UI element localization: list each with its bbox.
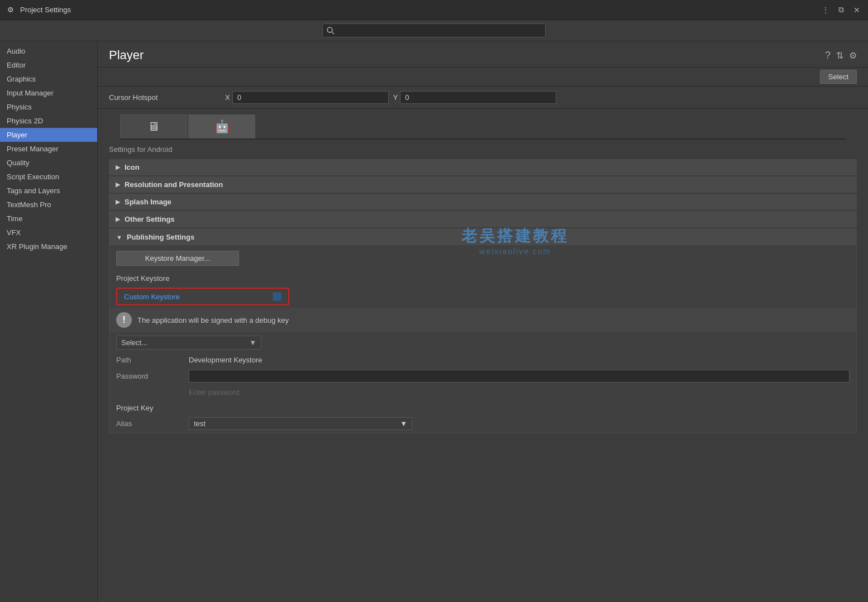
main-layout: AudioEditorGraphicsInput ManagerPhysicsP… [0,41,868,602]
svg-point-0 [327,27,332,32]
search-input[interactable] [322,23,546,37]
password-row: Password [109,367,856,385]
search-icon [327,27,335,35]
search-bar [0,20,868,41]
publishing-section-title: Publishing Settings [127,233,194,241]
path-label: Path [116,356,183,364]
window-title: Project Settings [20,6,71,14]
content-header: Player ? ⇅ ⚙ [98,41,868,68]
alias-label: Alias [116,419,183,428]
platform-tabs-container: 🖥 🤖 [98,114,868,140]
sidebar: AudioEditorGraphicsInput ManagerPhysicsP… [0,41,98,602]
window-controls: ⋮ ⧉ ✕ [820,4,862,16]
search-wrapper [322,23,546,37]
section-publishing: ▼ Publishing Settings Keystore Manager..… [109,228,857,433]
close-icon[interactable]: ✕ [851,4,862,16]
enter-password-placeholder: Enter password. [189,388,850,396]
y-coord-group: Y [393,91,557,104]
sidebar-item-graphics[interactable]: Graphics [0,72,97,86]
x-coord-group: X [225,91,389,104]
icon-section-arrow: ▶ [116,164,120,171]
path-row: Path Development Keystore [109,353,856,367]
password-label: Password [116,372,183,380]
svg-line-1 [332,32,334,34]
cursor-hotspot-row: Cursor Hotspot X Y [98,87,868,109]
password-input[interactable] [189,370,850,383]
sidebar-item-script-execution[interactable]: Script Execution [0,170,97,184]
settings-area: Settings for Android ▶ Icon ▶ Resolution… [98,140,868,440]
resolution-section-title: Resolution and Presentation [125,180,223,189]
select-dropdown-arrow-icon: ▼ [249,338,256,347]
settings-icon[interactable]: ⚙ [849,50,857,61]
more-options-icon[interactable]: ⋮ [820,4,831,16]
header-icons: ? ⇅ ⚙ [825,50,857,61]
project-key-label: Project Key [109,399,856,414]
x-coord-input[interactable] [232,91,389,104]
sidebar-item-physics[interactable]: Physics [0,100,97,114]
sidebar-item-player[interactable]: Player [0,128,97,142]
alias-select-arrow-icon: ▼ [400,419,407,428]
desktop-icon: 🖥 [147,120,160,134]
splash-section-arrow: ▶ [116,198,120,206]
tab-desktop[interactable]: 🖥 [120,114,187,138]
alias-select-value: test [194,419,206,428]
splash-section-title: Splash Image [125,198,171,206]
restore-icon[interactable]: ⧉ [836,4,847,16]
warning-text: The application will be signed with a de… [137,316,289,324]
y-axis-label: Y [393,93,398,102]
x-axis-label: X [225,93,230,102]
select-button[interactable]: Select [820,70,857,84]
layout-icon[interactable]: ⇅ [836,50,843,61]
sidebar-item-audio[interactable]: Audio [0,44,97,58]
android-icon: 🤖 [214,120,230,134]
project-keystore-label: Project Keystore [109,271,856,285]
section-icon[interactable]: ▶ Icon [109,159,857,175]
section-resolution[interactable]: ▶ Resolution and Presentation [109,176,857,193]
title-bar: ⚙ Project Settings ⋮ ⧉ ✕ [0,0,868,20]
sidebar-item-tags-and-layers[interactable]: Tags and Layers [0,184,97,198]
warning-row: ! The application will be signed with a … [109,308,856,332]
resolution-section-arrow: ▶ [116,181,120,188]
platform-row: Select [98,68,868,87]
select-dropdown-text: Select... [121,338,147,347]
publishing-arrow: ▼ [116,234,122,241]
sidebar-item-input-manager[interactable]: Input Manager [0,86,97,100]
custom-keystore-checkbox[interactable] [273,292,282,301]
cursor-hotspot-label: Cursor Hotspot [109,93,221,102]
sidebar-item-time[interactable]: Time [0,212,97,226]
sidebar-item-preset-manager[interactable]: Preset Manager [0,142,97,156]
keystore-select-dropdown[interactable]: Select... ▼ [116,336,261,350]
icon-section-title: Icon [125,163,140,171]
sidebar-item-xr-plugin-manage[interactable]: XR Plugin Manage [0,240,97,254]
page-title: Player [109,48,144,63]
content-wrapper: Player ? ⇅ ⚙ Select Cursor Hotspot X [98,41,868,440]
custom-keystore-label: Custom Keystore [124,293,273,301]
settings-for-label: Settings for Android [109,145,857,154]
platform-tabs: 🖥 🤖 [120,114,846,140]
sidebar-item-quality[interactable]: Quality [0,156,97,170]
other-section-arrow: ▶ [116,216,120,223]
alias-row: Alias test ▼ [109,414,856,433]
app-icon: ⚙ [6,5,16,15]
section-other-settings[interactable]: ▶ Other Settings [109,211,857,227]
keystore-manager-button[interactable]: Keystore Manager... [116,251,239,266]
enter-password-row: Enter password. [109,385,856,399]
publishing-section-header[interactable]: ▼ Publishing Settings [109,229,856,245]
section-splash[interactable]: ▶ Splash Image [109,194,857,210]
sidebar-item-textmesh-pro[interactable]: TextMesh Pro [0,198,97,212]
content-area: Player ? ⇅ ⚙ Select Cursor Hotspot X [98,41,868,602]
path-value: Development Keystore [189,356,850,364]
tab-android[interactable]: 🤖 [188,114,255,138]
sidebar-item-editor[interactable]: Editor [0,58,97,72]
sidebar-item-physics-2d[interactable]: Physics 2D [0,114,97,128]
alias-select-dropdown[interactable]: test ▼ [189,417,412,430]
y-coord-input[interactable] [400,91,556,104]
custom-keystore-row: Custom Keystore [116,288,289,305]
other-section-title: Other Settings [125,215,175,223]
help-icon[interactable]: ? [825,50,831,61]
warning-icon: ! [116,312,132,328]
sidebar-item-vfx[interactable]: VFX [0,226,97,240]
